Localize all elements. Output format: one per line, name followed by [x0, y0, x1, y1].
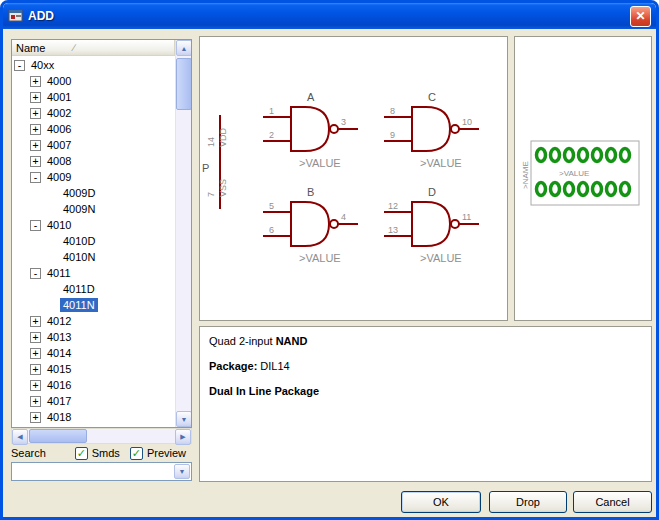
svg-text:14: 14 — [206, 137, 216, 147]
expand-icon[interactable]: + — [30, 332, 41, 343]
tree-item[interactable]: +4012 — [12, 313, 176, 329]
tree-item-label[interactable]: 4008 — [44, 154, 74, 168]
tree-item-label[interactable]: 4009 — [44, 170, 74, 184]
tree-item[interactable]: 4010D — [12, 233, 176, 249]
add-dialog: ADD ✕ Name ∕ -40xx+4000+4001+4002+4006+4… — [0, 0, 659, 520]
tree-item[interactable]: 4010N — [12, 249, 176, 265]
tree-item-label[interactable]: 4002 — [44, 106, 74, 120]
preview-checkbox-label[interactable]: Preview — [147, 447, 186, 459]
tree-item[interactable]: +4017 — [12, 393, 176, 409]
tree-item[interactable]: +4001 — [12, 89, 176, 105]
search-label: Search — [11, 447, 71, 459]
chevron-down-icon[interactable]: ▼ — [174, 464, 190, 479]
tree-item[interactable]: 4009N — [12, 201, 176, 217]
svg-text:6: 6 — [269, 225, 274, 235]
search-combobox[interactable]: ▼ — [11, 462, 192, 481]
tree-item-label[interactable]: 4001 — [44, 90, 74, 104]
tree-item[interactable]: 4011N — [12, 297, 176, 313]
tree-item[interactable]: -4011 — [12, 265, 176, 281]
tree-scrollbar-thumb[interactable] — [176, 58, 192, 110]
tree-item-label[interactable]: 4010D — [60, 234, 98, 248]
expand-icon[interactable]: + — [30, 108, 41, 119]
scroll-left-icon[interactable]: ◀ — [12, 429, 28, 445]
tree-item-label[interactable]: 4006 — [44, 122, 74, 136]
expand-icon[interactable]: + — [30, 396, 41, 407]
tree-item-label[interactable]: 4015 — [44, 362, 74, 376]
smds-checkbox-label[interactable]: Smds — [92, 447, 120, 459]
preview-checkbox[interactable]: ✓ — [130, 447, 143, 460]
tree-item[interactable]: -4010 — [12, 217, 176, 233]
expand-icon[interactable]: + — [30, 412, 41, 423]
tree-item[interactable]: +4015 — [12, 361, 176, 377]
scroll-right-icon[interactable]: ▶ — [175, 429, 191, 445]
tree-item-label[interactable]: 4000 — [44, 74, 74, 88]
tree-item-label[interactable]: 4011D — [60, 282, 98, 296]
svg-text:P: P — [202, 162, 209, 174]
tree-item[interactable]: +4000 — [12, 73, 176, 89]
description-panel: Quad 2-input NAND Package: DIL14 Dual In… — [199, 326, 652, 482]
tree-item[interactable]: 4011D — [12, 281, 176, 297]
tree-item-label[interactable]: 4009D — [60, 186, 98, 200]
tree-horizontal-scrollbar[interactable]: ◀ ▶ — [11, 428, 192, 444]
drop-button[interactable]: Drop — [489, 491, 567, 513]
svg-text:2: 2 — [269, 130, 274, 140]
collapse-icon[interactable]: - — [30, 172, 41, 183]
nand-gate-d: 12 13 11 D >VALUE — [384, 186, 479, 264]
expand-icon[interactable]: + — [30, 380, 41, 391]
tree-item[interactable]: +4007 — [12, 137, 176, 153]
svg-text:12: 12 — [388, 201, 398, 211]
expand-icon[interactable]: + — [30, 76, 41, 87]
ok-button[interactable]: OK — [401, 491, 481, 513]
tree-item-label[interactable]: 4010 — [44, 218, 74, 232]
tree-item-label[interactable]: 4011 — [44, 266, 74, 280]
expand-icon[interactable]: + — [30, 156, 41, 167]
tree-item-label[interactable]: 40xx — [28, 58, 57, 72]
tree-item-label[interactable]: 4011N — [60, 298, 98, 312]
collapse-icon[interactable]: - — [30, 268, 41, 279]
tree-item[interactable]: +4016 — [12, 377, 176, 393]
collapse-icon[interactable]: - — [30, 220, 41, 231]
svg-text:13: 13 — [388, 225, 398, 235]
tree-item-label[interactable]: 4010N — [60, 250, 98, 264]
cancel-button[interactable]: Cancel — [573, 491, 652, 513]
tree-item[interactable]: -40xx — [12, 57, 176, 73]
expand-icon[interactable]: + — [30, 364, 41, 375]
tree-item-label[interactable]: 4013 — [44, 330, 74, 344]
package-value-label: >VALUE — [559, 169, 589, 178]
tree-item[interactable]: +4013 — [12, 329, 176, 345]
expand-icon[interactable]: + — [30, 348, 41, 359]
svg-text:>VALUE: >VALUE — [420, 157, 462, 169]
tree-vertical-scrollbar[interactable]: ▲ ▼ — [175, 40, 191, 427]
package-name-label: >NAME — [521, 161, 530, 189]
tree-item-label[interactable]: 4014 — [44, 346, 74, 360]
scroll-down-icon[interactable]: ▼ — [176, 411, 192, 427]
tree-item[interactable]: +4018 — [12, 409, 176, 425]
svg-text:7: 7 — [206, 192, 216, 197]
svg-text:>VALUE: >VALUE — [299, 157, 341, 169]
expand-icon[interactable]: + — [30, 140, 41, 151]
expand-icon[interactable]: + — [30, 316, 41, 327]
tree-item-label[interactable]: 4012 — [44, 314, 74, 328]
h-scrollbar-thumb[interactable] — [29, 429, 87, 443]
expand-icon[interactable]: + — [30, 124, 41, 135]
title-bar[interactable]: ADD ✕ — [3, 3, 656, 29]
tree-item[interactable]: +4006 — [12, 121, 176, 137]
tree-item[interactable]: 4009D — [12, 185, 176, 201]
tree-item[interactable]: +4014 — [12, 345, 176, 361]
collapse-icon[interactable]: - — [14, 60, 25, 71]
window-title: ADD — [28, 9, 630, 23]
tree-item[interactable]: +4002 — [12, 105, 176, 121]
tree-item-label[interactable]: 4018 — [44, 410, 74, 424]
tree-item[interactable]: +4008 — [12, 153, 176, 169]
close-button[interactable]: ✕ — [630, 6, 651, 27]
tree-header-label: Name — [16, 42, 45, 54]
tree-item-label[interactable]: 4016 — [44, 378, 74, 392]
tree-item-label[interactable]: 4009N — [60, 202, 98, 216]
tree-item-label[interactable]: 4007 — [44, 138, 74, 152]
smds-checkbox[interactable]: ✓ — [75, 447, 88, 460]
scroll-up-icon[interactable]: ▲ — [176, 40, 192, 56]
tree-column-header[interactable]: Name ∕ — [12, 40, 175, 56]
tree-item[interactable]: -4009 — [12, 169, 176, 185]
expand-icon[interactable]: + — [30, 92, 41, 103]
tree-item-label[interactable]: 4017 — [44, 394, 74, 408]
